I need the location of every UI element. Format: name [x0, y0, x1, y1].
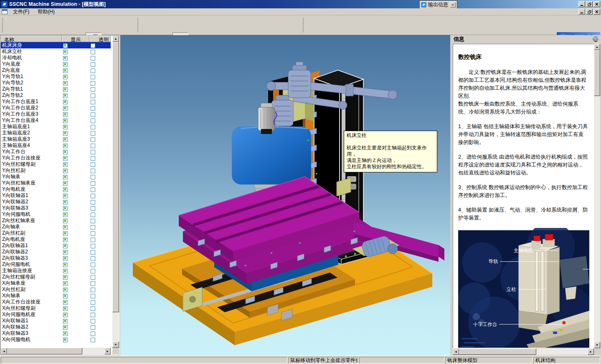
child-window-icon[interactable]	[2, 9, 8, 14]
transparent-checkbox[interactable]	[91, 194, 95, 198]
part-row[interactable]: X向工作台连接座	[1, 299, 111, 305]
part-row[interactable]: X向丝杠螺母副	[1, 305, 111, 311]
part-row[interactable]: X向伺服电机座	[1, 311, 111, 318]
info-content[interactable]: 数控铣床 定义:数控铣床是在一般铣床的基础上发展起来的,两都的加工工艺基本同,结…	[453, 44, 594, 348]
show-checkbox[interactable]	[63, 194, 68, 198]
transparent-checkbox[interactable]	[91, 256, 95, 261]
part-row[interactable]: Y向丝杠副	[1, 167, 111, 174]
toolbar-grip[interactable]	[137, 18, 139, 33]
output-info-close-button[interactable]: x	[450, 2, 456, 8]
part-row[interactable]: Z向轴承	[1, 224, 111, 230]
scroll-down-icon[interactable]: ▼	[112, 341, 119, 348]
transparent-checkbox[interactable]	[91, 81, 95, 86]
part-row[interactable]: Y向轴承	[1, 174, 111, 180]
show-checkbox[interactable]	[63, 68, 68, 73]
part-row[interactable]: Y向工作台底座4	[1, 117, 111, 124]
transparent-checkbox[interactable]	[91, 43, 95, 48]
part-row[interactable]: 主轴箱底座1	[1, 124, 111, 130]
toolbar-grip[interactable]	[2, 18, 3, 33]
child-restore-button[interactable]	[586, 9, 593, 15]
show-checkbox[interactable]	[63, 238, 68, 242]
transparent-checkbox[interactable]	[91, 100, 95, 104]
show-checkbox[interactable]	[63, 56, 68, 61]
show-checkbox[interactable]	[63, 131, 68, 136]
part-row[interactable]: X向联轴器2	[1, 324, 111, 330]
column-header-transparent[interactable]: 透明	[89, 35, 111, 42]
show-checkbox[interactable]	[63, 156, 68, 161]
transparent-checkbox[interactable]	[91, 162, 95, 167]
part-row[interactable]: Y向联轴器2	[1, 199, 111, 205]
part-row[interactable]: Z向联轴器3	[1, 255, 111, 261]
transparent-checkbox[interactable]	[91, 313, 95, 317]
scroll-left-icon[interactable]: ◄	[453, 349, 459, 355]
scroll-left-icon[interactable]: ◄	[1, 348, 7, 354]
part-row[interactable]: Y向联轴器1	[1, 192, 111, 199]
part-row[interactable]: Y向底座	[1, 61, 111, 67]
transparent-checkbox[interactable]	[91, 263, 95, 267]
show-checkbox[interactable]	[63, 181, 68, 186]
transparent-checkbox[interactable]	[91, 275, 95, 280]
show-checkbox[interactable]	[63, 175, 68, 179]
show-checkbox[interactable]	[63, 43, 68, 48]
show-checkbox[interactable]	[63, 225, 68, 230]
transparent-checkbox[interactable]	[91, 68, 95, 73]
show-checkbox[interactable]	[63, 87, 68, 92]
transparent-checkbox[interactable]	[91, 181, 95, 186]
scroll-down-icon[interactable]: ▼	[594, 342, 600, 348]
part-row[interactable]: 主轴箱底座2	[1, 130, 111, 136]
show-checkbox[interactable]	[63, 263, 68, 267]
show-checkbox[interactable]	[63, 288, 68, 292]
transparent-checkbox[interactable]	[91, 219, 95, 223]
parts-list[interactable]: 机床床身机床立柱冷却电机Y向底座Z向底座Y向导轨1Y向导轨2Z向导轨1Z向导轨2…	[1, 42, 111, 349]
show-checkbox[interactable]	[63, 81, 68, 86]
part-row[interactable]: Y向工作台底座1	[1, 99, 111, 105]
transparent-checkbox[interactable]	[91, 338, 95, 342]
column-header-show[interactable]: 显示	[62, 35, 89, 42]
part-row[interactable]: Y向伺服电机	[1, 211, 111, 217]
part-row[interactable]: Y向丝杠轴承座	[1, 180, 111, 186]
transparent-checkbox[interactable]	[91, 238, 95, 242]
show-checkbox[interactable]	[63, 137, 68, 142]
part-row[interactable]: Y向导轨1	[1, 73, 111, 80]
transparent-checkbox[interactable]	[91, 106, 95, 111]
transparent-checkbox[interactable]	[91, 187, 95, 192]
part-row[interactable]: X向轴承座	[1, 280, 111, 286]
show-checkbox[interactable]	[63, 94, 68, 98]
globe-icon[interactable]	[593, 36, 598, 42]
transparent-checkbox[interactable]	[91, 75, 95, 79]
part-row[interactable]: 机床床身	[1, 42, 111, 48]
show-checkbox[interactable]	[63, 269, 68, 273]
menu-file[interactable]: 文件(F)	[10, 8, 32, 16]
transparent-checkbox[interactable]	[91, 225, 95, 230]
scroll-up-icon[interactable]: ▲	[594, 44, 600, 50]
transparent-checkbox[interactable]	[91, 294, 95, 298]
transparent-checkbox[interactable]	[91, 150, 95, 154]
show-checkbox[interactable]	[63, 281, 68, 286]
column-header-name[interactable]: 名称	[1, 35, 62, 42]
part-row[interactable]: X向轴承	[1, 293, 111, 299]
part-row[interactable]: Z向导轨1	[1, 86, 111, 92]
close-button[interactable]	[593, 1, 600, 7]
scrollbar-thumb[interactable]	[7, 348, 82, 354]
scroll-right-icon[interactable]: ►	[588, 349, 594, 355]
minimize-button[interactable]	[578, 1, 585, 7]
menu-help[interactable]: 帮助(H)	[35, 8, 58, 16]
part-row[interactable]: 主轴箱底座3	[1, 136, 111, 142]
part-row[interactable]: Z向联轴器1	[1, 243, 111, 249]
show-checkbox[interactable]	[63, 100, 68, 104]
transparent-checkbox[interactable]	[91, 169, 95, 173]
show-checkbox[interactable]	[63, 119, 68, 123]
transparent-checkbox[interactable]	[91, 62, 95, 67]
part-row[interactable]: Z向电机座	[1, 236, 111, 243]
part-row[interactable]: Z向伺服电机	[1, 261, 111, 268]
show-checkbox[interactable]	[63, 231, 68, 236]
show-checkbox[interactable]	[63, 187, 68, 192]
parts-horizontal-scrollbar[interactable]: ◄ ►	[1, 348, 111, 354]
part-row[interactable]: Y向工作台底座2	[1, 105, 111, 111]
show-checkbox[interactable]	[63, 294, 68, 298]
part-row[interactable]: X向联轴器3	[1, 330, 111, 336]
transparent-checkbox[interactable]	[91, 56, 95, 61]
show-checkbox[interactable]	[63, 338, 68, 342]
transparent-checkbox[interactable]	[91, 212, 95, 217]
show-checkbox[interactable]	[63, 306, 68, 311]
